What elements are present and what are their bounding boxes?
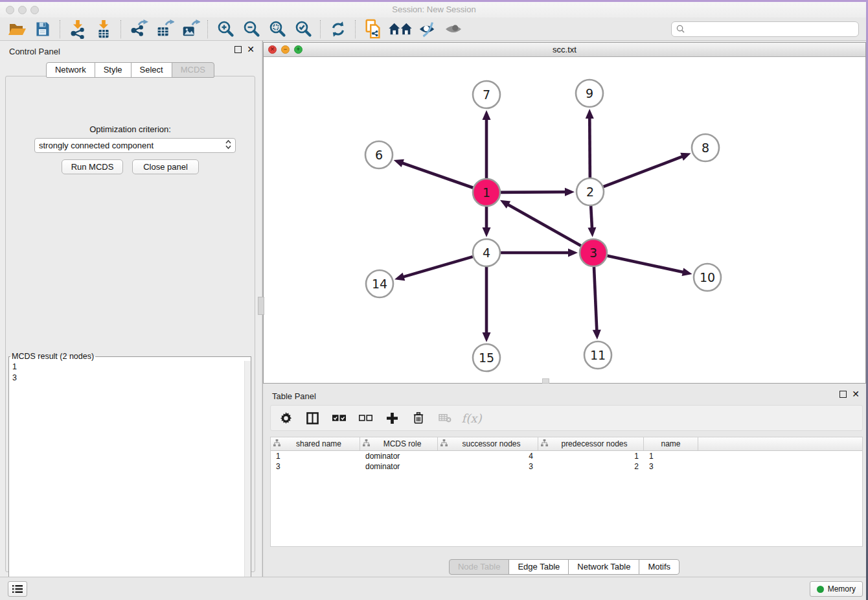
graph-node-9[interactable]: 9 <box>576 80 603 107</box>
tab-motifs[interactable]: Motifs <box>639 559 680 575</box>
save-session-icon[interactable] <box>30 19 56 40</box>
graph-edge-4-14[interactable] <box>403 257 473 277</box>
svg-text:3: 3 <box>589 246 597 260</box>
run-mcds-button[interactable]: Run MCDS <box>62 159 123 174</box>
graph-edge-3-10[interactable] <box>608 256 684 273</box>
show-column-icon[interactable] <box>304 410 321 426</box>
graph-node-11[interactable]: 11 <box>584 341 611 369</box>
column-header-predecessor-nodes[interactable]: predecessor nodes <box>538 437 644 450</box>
settings-gear-icon[interactable] <box>277 410 294 426</box>
svg-text:2: 2 <box>586 185 594 199</box>
table-cell: 1 <box>271 451 360 461</box>
edge-arrowhead <box>483 332 491 342</box>
tab-style[interactable]: Style <box>95 62 131 78</box>
mcds-tab-content: Optimization criterion: strongly connect… <box>5 76 255 572</box>
clone-network-icon[interactable] <box>360 19 386 40</box>
export-image-icon[interactable] <box>177 19 203 40</box>
edge-arrowhead <box>682 268 692 276</box>
tab-node-table[interactable]: Node Table <box>449 559 510 575</box>
tab-mcds[interactable]: MCDS <box>172 62 214 78</box>
edge-arrowhead <box>394 159 404 167</box>
import-network-icon[interactable] <box>65 19 91 40</box>
zoom-out-icon[interactable] <box>238 19 264 40</box>
select-all-icon[interactable] <box>330 410 347 426</box>
panel-divider-handle[interactable] <box>258 297 264 315</box>
graph-node-2[interactable]: 2 <box>577 178 604 205</box>
column-header-shared-name[interactable]: shared name <box>271 437 360 450</box>
delete-row-icon[interactable] <box>410 410 427 426</box>
tab-network[interactable]: Network <box>46 62 95 78</box>
memory-button[interactable]: Memory <box>810 581 863 597</box>
table-row[interactable]: 3dominator323 <box>271 461 862 472</box>
graph-node-3[interactable]: 3 <box>580 239 607 266</box>
zoom-selected-icon[interactable] <box>290 19 316 40</box>
toolbar-separator <box>207 20 209 38</box>
task-history-button[interactable] <box>8 581 27 597</box>
mcds-result-text[interactable]: 1 3 <box>9 361 251 384</box>
table-tabs: Node TableEdge TableNetwork TableMotifs <box>263 559 866 575</box>
column-header-MCDS-role[interactable]: MCDS role <box>360 437 438 450</box>
search-icon <box>676 25 685 33</box>
graph-canvas[interactable]: 7968124314101511 <box>264 57 865 383</box>
export-network-icon[interactable] <box>126 19 152 40</box>
close-table-panel-icon[interactable]: ✕ <box>852 391 860 398</box>
graph-edge-1-2[interactable] <box>501 192 566 192</box>
table-row[interactable]: 1dominator411 <box>271 451 862 461</box>
result-scrollbar[interactable] <box>244 361 251 599</box>
network-canvas[interactable]: 7968124314101511 <box>264 57 865 383</box>
tab-edge-table[interactable]: Edge Table <box>508 559 569 575</box>
column-header-name[interactable]: name <box>644 437 698 450</box>
show-panel-icon[interactable] <box>440 19 466 40</box>
unselect-all-icon[interactable] <box>357 410 374 426</box>
svg-text:10: 10 <box>700 270 715 284</box>
function-builder-icon[interactable]: f(x) <box>463 410 480 426</box>
column-header-successor-nodes[interactable]: successor nodes <box>438 437 538 450</box>
sort-tree-icon <box>440 439 448 448</box>
graph-node-6[interactable]: 6 <box>365 141 393 168</box>
svg-text:7: 7 <box>483 87 490 102</box>
main-toolbar <box>0 17 868 41</box>
graph-edge-2-8[interactable] <box>604 156 683 187</box>
graph-node-14[interactable]: 14 <box>366 270 393 297</box>
delete-table-icon[interactable] <box>437 410 453 426</box>
graph-edge-3-1[interactable] <box>507 204 581 246</box>
table-body: 1dominator4113dominator323 <box>271 451 862 472</box>
graph-edge-2-3[interactable] <box>591 206 592 229</box>
graph-node-8[interactable]: 8 <box>692 134 719 161</box>
refresh-layout-icon[interactable] <box>325 19 351 40</box>
export-table-icon[interactable] <box>152 19 177 40</box>
graph-edge-1-6[interactable] <box>402 163 473 188</box>
svg-text:8: 8 <box>702 141 709 155</box>
open-file-icon[interactable] <box>4 19 30 40</box>
close-panel-icon[interactable]: ✕ <box>247 46 255 53</box>
control-panel-tabs: NetworkStyleSelectMCDS <box>0 62 261 78</box>
close-panel-button[interactable]: Close panel <box>132 159 199 174</box>
edge-arrowhead <box>586 109 594 119</box>
mcds-result-box: MCDS result (2 nodes) 1 3 <box>8 352 251 600</box>
graph-node-4[interactable]: 4 <box>473 239 500 266</box>
graph-node-10[interactable]: 10 <box>694 264 721 291</box>
hide-panel-icon[interactable] <box>415 19 440 40</box>
graph-edge-3-11[interactable] <box>594 267 597 331</box>
graph-node-15[interactable]: 15 <box>473 344 500 371</box>
search-input[interactable] <box>688 24 854 34</box>
float-table-panel-icon[interactable] <box>839 391 847 398</box>
float-panel-icon[interactable] <box>234 46 242 53</box>
network-overview-icon[interactable] <box>386 19 415 40</box>
add-row-icon[interactable] <box>383 410 400 426</box>
optimization-criterion-dropdown[interactable]: strongly connected component <box>34 138 236 153</box>
graph-node-7[interactable]: 7 <box>473 81 500 108</box>
search-field[interactable] <box>671 21 859 37</box>
tab-select[interactable]: Select <box>131 62 172 78</box>
table-header-row: shared nameMCDS rolesuccessor nodesprede… <box>271 437 862 451</box>
control-panel-title: Control Panel <box>9 47 60 56</box>
graph-node-1[interactable]: 1 <box>473 179 500 206</box>
canvas-splitter-handle[interactable] <box>542 378 549 384</box>
svg-text:4: 4 <box>483 246 490 260</box>
table-cell: 3 <box>644 461 698 472</box>
zoom-in-icon[interactable] <box>212 19 238 40</box>
graph-edge-2-9[interactable] <box>589 117 590 178</box>
zoom-fit-icon[interactable] <box>264 19 290 40</box>
import-table-icon[interactable] <box>91 19 117 40</box>
tab-network-table[interactable]: Network Table <box>568 559 639 575</box>
